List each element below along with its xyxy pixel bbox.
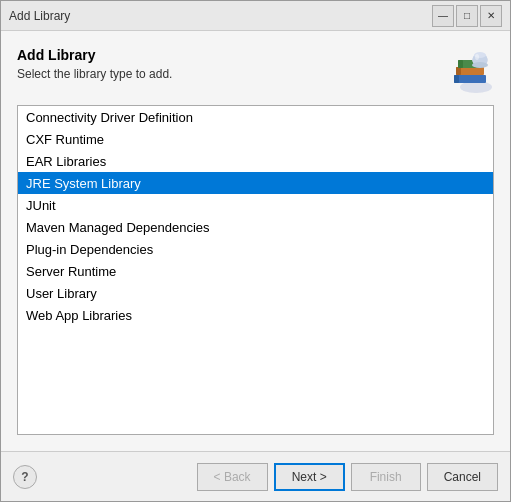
minimize-button[interactable]: — — [432, 5, 454, 27]
back-button[interactable]: < Back — [197, 463, 268, 491]
title-bar-text: Add Library — [9, 9, 70, 23]
add-library-dialog: Add Library — □ ✕ Add Library Select the… — [0, 0, 511, 502]
svg-rect-4 — [456, 67, 461, 75]
close-button[interactable]: ✕ — [480, 5, 502, 27]
list-item[interactable]: Maven Managed Dependencies — [18, 216, 493, 238]
list-item[interactable]: Server Runtime — [18, 260, 493, 282]
maximize-button[interactable]: □ — [456, 5, 478, 27]
svg-rect-6 — [458, 60, 463, 68]
dialog-content: Add Library Select the library type to a… — [1, 31, 510, 451]
dialog-title: Add Library — [17, 47, 172, 63]
list-item[interactable]: JUnit — [18, 194, 493, 216]
list-item[interactable]: Web App Libraries — [18, 304, 493, 326]
title-bar-controls: — □ ✕ — [432, 5, 502, 27]
list-item[interactable]: JRE System Library — [18, 172, 493, 194]
title-bar-left: Add Library — [9, 9, 70, 23]
svg-rect-2 — [454, 75, 459, 83]
finish-button[interactable]: Finish — [351, 463, 421, 491]
library-list[interactable]: Connectivity Driver DefinitionCXF Runtim… — [17, 105, 494, 435]
header-text: Add Library Select the library type to a… — [17, 47, 172, 81]
svg-point-11 — [475, 54, 479, 60]
bottom-bar: ? < Back Next > Finish Cancel — [1, 451, 510, 501]
library-icon — [446, 47, 494, 95]
list-item[interactable]: EAR Libraries — [18, 150, 493, 172]
next-button[interactable]: Next > — [274, 463, 345, 491]
list-item[interactable]: Plug-in Dependencies — [18, 238, 493, 260]
navigation-buttons: < Back Next > Finish Cancel — [197, 463, 498, 491]
list-item[interactable]: User Library — [18, 282, 493, 304]
help-button[interactable]: ? — [13, 465, 37, 489]
list-item[interactable]: CXF Runtime — [18, 128, 493, 150]
list-item[interactable]: Connectivity Driver Definition — [18, 106, 493, 128]
cancel-button[interactable]: Cancel — [427, 463, 498, 491]
dialog-subtitle: Select the library type to add. — [17, 67, 172, 81]
svg-point-10 — [472, 62, 488, 68]
title-bar: Add Library — □ ✕ — [1, 1, 510, 31]
header-section: Add Library Select the library type to a… — [17, 47, 494, 95]
